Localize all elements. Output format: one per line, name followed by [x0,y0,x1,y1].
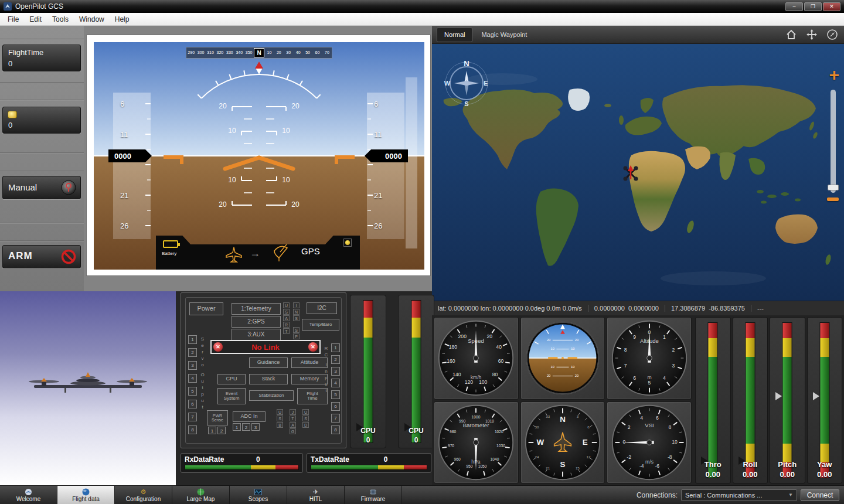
zoom-in-button[interactable]: + [829,67,839,83]
gauge-value: 0 [350,436,386,444]
gauge-value: 0.00 [733,470,768,479]
zoom-out-button[interactable] [827,197,839,201]
tab-flight-data[interactable]: Flight data [57,486,115,504]
move-icon[interactable] [806,29,818,40]
tab-large-map[interactable]: Large Map [172,486,230,504]
red-zone [364,301,373,318]
close-button[interactable]: ✕ [823,2,840,11]
map-tab-magic-waypoint[interactable]: Magic Waypoint [474,28,535,42]
adc-channel-3: 3 [251,423,260,431]
svg-text:20: 20 [547,338,550,342]
letter: D [302,422,309,428]
connection-select[interactable]: Serial : Communications ... ▼ [681,489,797,501]
letter: A [283,315,290,321]
tab-configuration[interactable]: ⚙Configuration [115,486,172,504]
letter: r [199,349,206,355]
model-3d-view[interactable] [0,291,176,485]
letter: e [199,343,206,348]
maximize-button[interactable]: ❐ [804,2,822,11]
gauge-label: CPU [350,427,386,435]
channel-2: 2 [331,355,340,364]
health-ins: INS [293,302,300,321]
svg-text:10: 10 [571,365,574,369]
status-counter-panel[interactable]: 0 [2,107,81,134]
tab-label: Scopes [249,496,268,502]
connection-value: Serial : Communications ... [685,492,762,499]
svg-text:km/h: km/h [471,375,482,381]
heading-label: 330 [225,47,234,58]
heading-label: 20 [274,47,284,58]
tab-welcome[interactable]: Welcome [0,486,57,504]
menu-file[interactable]: File [2,13,24,25]
svg-text:15: 15 [576,465,580,469]
letter: A [290,422,296,428]
flight-time-panel[interactable]: FlightTime 0 [2,45,81,71]
gauge-compass: NESW36121521243033 [520,401,605,484]
pfd-canvas: 290300310320330340350N10203040506070 202… [94,42,424,270]
letter: O [199,372,206,377]
svg-text:80: 80 [492,372,498,377]
svg-text:1020: 1020 [495,430,503,434]
gauge-barometer: 950960970980990100010101020103010401050B… [434,401,519,484]
tab-hitl[interactable]: ✈HITL [287,486,345,504]
home-icon[interactable] [785,29,797,40]
svg-text:6: 6 [656,415,659,421]
channel-2: 2 [188,348,197,357]
svg-text:9: 9 [633,335,636,340]
zoom-slider-handle[interactable] [828,185,839,190]
tab-firmware[interactable]: Firmware [345,486,402,504]
svg-text:5: 5 [648,380,651,386]
heading-label: 310 [206,47,215,58]
heading-pointer-icon [255,62,263,69]
connection-cluster: Connections: Serial : Communications ...… [637,486,844,504]
gauge-altitude: 0123456789Altitudem [607,317,692,400]
letter: S [293,315,300,321]
yellow-zone [820,338,829,357]
menu-help[interactable]: Help [110,13,135,25]
letter: S [293,327,300,333]
svg-text:m: m [647,375,651,381]
arm-button[interactable]: ARM [2,245,81,268]
gauge-value: 0 [399,436,434,444]
adc-channel-1: 1 [233,423,241,431]
connections-label: Connections: [637,491,678,499]
window-title: OpenPilot GCS [15,2,63,11]
cpu-gauge-1: CPU0 [350,295,386,448]
nav-icon[interactable] [826,29,838,40]
health-jtag: JTAG [290,409,296,434]
letter: S [199,336,206,342]
map-tab-normal[interactable]: Normal [437,28,472,42]
zoom-slider[interactable] [831,90,836,193]
vsi-strip [406,77,417,248]
divider [0,170,84,171]
menu-window[interactable]: Window [74,13,110,25]
svg-text:-6: -6 [655,463,659,469]
gauge-label: Thro [696,460,730,469]
yellow-zone [746,338,754,357]
letter: S [283,309,290,315]
instrument-dials: 20406080100120140160180200Speedkm/h10101… [432,315,693,485]
health-usd: USD [302,409,309,428]
connect-button[interactable]: Connect [801,489,839,501]
menu-tools[interactable]: Tools [47,13,74,25]
flight-mode-button[interactable]: Manual [2,176,81,199]
map-canvas[interactable]: N E S W + [432,44,844,301]
close-icon[interactable]: ✕ [308,342,318,352]
uav-marker-icon[interactable] [621,164,641,183]
svg-text:20: 20 [547,374,550,377]
svg-text:N: N [560,415,566,424]
channel-4: 4 [188,374,197,383]
minimize-button[interactable]: – [785,2,803,11]
letter: n [323,369,329,374]
svg-text:980: 980 [450,430,456,434]
menu-edit[interactable]: Edit [24,13,47,25]
counter-value: 0 [8,121,12,130]
map-widget: NormalMagic Waypoint [432,26,844,315]
tab-scopes[interactable]: Scopes [230,486,287,504]
svg-text:10: 10 [551,365,554,369]
map-status-segment: 0.0000000 0.0000000 [588,305,665,312]
divider [0,240,84,241]
gauge-marker-icon [775,392,782,400]
heading-ribbon: 290300310320330340350N10203040506070 [186,47,332,59]
close-icon[interactable]: ✕ [213,342,223,352]
